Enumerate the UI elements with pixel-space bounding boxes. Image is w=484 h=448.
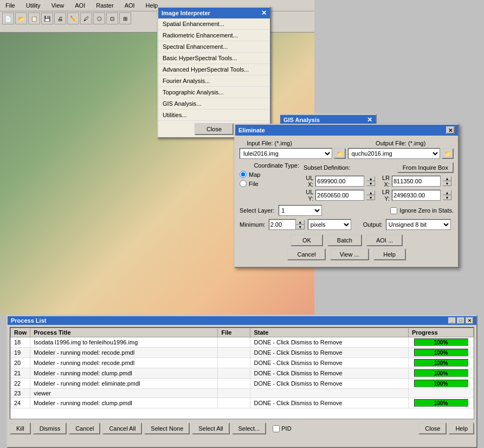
toolbar-open[interactable]: 📂 [15,12,27,24]
from-inquire-btn[interactable]: From Inquire Box [397,162,454,173]
row-file [218,398,250,408]
table-row[interactable]: 19Modeler - running model: recode.pmdlDO… [11,348,474,358]
map-radio[interactable] [240,171,247,178]
lr-x-input[interactable] [392,176,441,187]
menu-radiometric-enhancement[interactable]: Radiometric Enhancement... [158,30,270,41]
help-btn[interactable]: Help [373,248,406,260]
minimum-spin[interactable]: ▲ ▼ [296,220,305,229]
input-file-combo[interactable]: lulei2016.img [240,148,332,159]
row-number: 20 [11,358,30,368]
row-title: Modeler - running model: clump.pmdl [30,398,218,408]
output-type-combo[interactable]: Unsigned 8 bit [386,219,451,230]
menu-raster[interactable]: Raster [93,1,117,10]
toolbar-print[interactable]: 🖨 [54,12,66,24]
menu-spatial-enhancement[interactable]: Spatial Enhancement... [158,18,270,30]
menu-gis-analysis[interactable]: GIS Analysis... [158,98,270,110]
toolbar-zoom-full[interactable]: ⊞ [119,12,131,24]
input-file-label: Input File: (*.img) [240,140,299,146]
lr-x-spin-up[interactable]: ▲ [443,176,451,181]
process-close-btn[interactable]: ✕ [466,317,473,324]
menu-aoi2[interactable]: AOI [121,1,138,10]
select-layer-combo[interactable]: 1 [279,205,322,216]
toolbar-aoi[interactable]: ⬡ [93,12,105,24]
row-progress: 100% [409,398,474,408]
menu-view[interactable]: View [48,1,68,10]
ul-y-spin-up[interactable]: ▲ [366,190,375,195]
lr-y-spin-up[interactable]: ▲ [443,190,451,195]
ul-y-spin[interactable]: ▲ ▼ [366,190,375,200]
aoi-btn[interactable]: AOI ... [366,234,403,246]
menu-advanced-hyperspectral[interactable]: Advanced HyperSpectral Tools... [158,64,270,75]
ul-x-input[interactable] [315,176,364,187]
ul-x-spin-up[interactable]: ▲ [366,176,375,181]
menu-basic-hyperspectral[interactable]: Basic HyperSpectral Tools... [158,53,270,64]
table-row[interactable]: 24Modeler - running model: clump.pmdlDON… [11,398,474,408]
menu-file[interactable]: File [2,1,18,10]
view-btn[interactable]: View ... [330,248,369,260]
eliminate-dialog-body: Input File: (*.img) lulei2016.img 📁 Outp… [235,136,458,267]
menu-utilities[interactable]: Utilities... [158,110,270,121]
eliminate-dialog: Eliminate ✕ Input File: (*.img) lulei201… [234,124,459,268]
minimum-input[interactable] [269,219,296,230]
image-interpreter-close-x[interactable]: ✕ [261,9,267,17]
col-row: Row [11,328,30,337]
row-state [250,389,409,398]
toolbar-annotate[interactable]: 🖊 [80,12,92,24]
min-spin-up[interactable]: ▲ [296,220,305,225]
ul-x-spin-down[interactable]: ▼ [366,181,375,186]
select-none-btn[interactable]: Select None [144,423,190,434]
toolbar-doc[interactable]: 📋 [28,12,40,24]
table-row[interactable]: 18Isodata l1996.img to fenleihou1996.img… [11,337,474,348]
table-row[interactable]: 21Modeler - running model: clump.pmdlDON… [11,368,474,379]
lr-x-spin[interactable]: ▲ ▼ [443,176,451,186]
ignore-zero-checkbox[interactable] [390,207,397,214]
kill-btn[interactable]: Kill [10,423,31,434]
min-spin-down[interactable]: ▼ [296,225,305,229]
lr-y-input[interactable] [392,190,441,201]
row-title: Modeler - running model: recode.pmdl [30,348,218,358]
select-btn[interactable]: Select... [232,423,267,434]
ul-y-label: UL Y: [304,189,313,202]
ok-btn[interactable]: OK [291,234,323,246]
eliminate-close-x[interactable]: ✕ [446,126,455,134]
process-maximize-btn[interactable]: □ [457,317,464,324]
toolbar-zoom-fit[interactable]: ⊡ [106,12,118,24]
pixels-combo[interactable]: pixels [308,219,351,230]
row-state: DONE - Click Dismiss to Remove [250,348,409,358]
toolbar-save[interactable]: 💾 [41,12,53,24]
toolbar-new[interactable]: 📄 [2,12,14,24]
toolbar-edit[interactable]: ✏️ [67,12,79,24]
menu-fourier-analysis[interactable]: Fourier Analysis... [158,75,270,87]
cancel-proc-btn[interactable]: Cancel [69,423,100,434]
process-minimize-btn[interactable]: _ [448,317,456,324]
ul-x-spin[interactable]: ▲ ▼ [366,176,375,186]
gis-analysis-close-btn[interactable]: ✕ [367,116,372,124]
ul-y-input[interactable] [315,190,364,201]
row-file [218,379,250,389]
lr-y-spin-down[interactable]: ▼ [443,195,451,200]
select-all-btn[interactable]: Select All [192,423,229,434]
cancel-all-btn[interactable]: Cancel All [102,423,142,434]
file-radio[interactable] [240,180,247,187]
batch-btn[interactable]: Batch [327,234,362,246]
proc-close-btn[interactable]: Close [418,423,447,434]
menu-utility[interactable]: Utility [23,1,44,10]
table-row[interactable]: 23viewer [11,389,474,398]
ul-y-spin-down[interactable]: ▼ [366,195,375,200]
lr-y-spin[interactable]: ▲ ▼ [443,190,451,200]
table-row[interactable]: 22Modeler - running model: eliminate.pmd… [11,379,474,389]
menu-spectral-enhancement[interactable]: Spectral Enhancement... [158,41,270,53]
output-file-combo[interactable]: quchu2016.img [348,148,441,159]
image-interpreter-close-btn[interactable]: Close [195,123,234,135]
menu-aoi[interactable]: AOI [72,1,88,10]
lr-y-label: LR Y: [379,189,390,202]
cancel-btn[interactable]: Cancel [287,248,325,260]
pid-checkbox[interactable] [273,425,280,432]
menu-topographic-analysis[interactable]: Topographic Analysis... [158,87,270,98]
table-row[interactable]: 20Modeler - running model: recode.pmdlDO… [11,358,474,368]
lr-x-spin-down[interactable]: ▼ [443,181,451,186]
output-file-browse[interactable]: 📁 [442,148,454,159]
proc-help-btn[interactable]: Help [449,423,474,434]
dismiss-btn[interactable]: Dismiss [33,423,67,434]
input-file-browse[interactable]: 📁 [334,148,346,159]
